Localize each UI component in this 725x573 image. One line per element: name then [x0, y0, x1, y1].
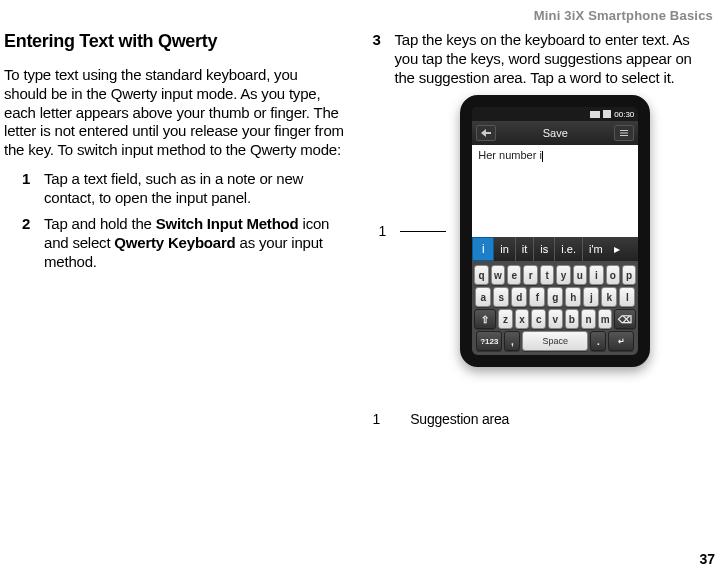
- step-number: 1: [22, 170, 30, 189]
- entered-text: Her number i: [478, 149, 542, 161]
- step-number: 3: [373, 31, 381, 50]
- keyboard-row-2: a s d f g h j k l: [474, 287, 636, 307]
- section-heading: Entering Text with Qwerty: [4, 31, 345, 52]
- key-j[interactable]: j: [583, 287, 599, 307]
- key-u[interactable]: u: [573, 265, 587, 285]
- key-t[interactable]: t: [540, 265, 554, 285]
- page-number: 37: [699, 551, 715, 567]
- suggestion-item[interactable]: i'm: [583, 237, 609, 261]
- step-2: 2 Tap and hold the Switch Input Method i…: [22, 215, 345, 271]
- suggestion-item[interactable]: it: [516, 237, 535, 261]
- key-w[interactable]: w: [491, 265, 505, 285]
- callout-number: 1: [379, 223, 387, 239]
- key-r[interactable]: r: [523, 265, 537, 285]
- svg-rect-1: [620, 133, 628, 134]
- footnote-number: 1: [373, 411, 407, 427]
- right-column: 3 Tap the keys on the keyboard to enter …: [373, 31, 714, 427]
- keyboard-row-1: q w e r t y u i o p: [474, 265, 636, 285]
- key-mode-switch[interactable]: ?123: [476, 331, 502, 351]
- svg-rect-0: [620, 130, 628, 131]
- svg-rect-2: [620, 135, 628, 136]
- keyboard-row-4: ?123 , Space . ↵: [474, 331, 636, 351]
- key-y[interactable]: y: [556, 265, 570, 285]
- menu-icon: [619, 129, 629, 137]
- key-e[interactable]: e: [507, 265, 521, 285]
- step-text-part: Tap and hold the: [44, 215, 156, 232]
- status-bar: 00:30: [472, 107, 638, 121]
- two-column-layout: Entering Text with Qwerty To type text u…: [4, 31, 713, 427]
- intro-paragraph: To type text using the standard keyboard…: [4, 66, 345, 160]
- step-3: 3 Tap the keys on the keyboard to enter …: [373, 31, 714, 87]
- status-time: 00:30: [614, 110, 634, 119]
- key-h[interactable]: h: [565, 287, 581, 307]
- key-o[interactable]: o: [606, 265, 620, 285]
- key-backspace[interactable]: ⌫: [614, 309, 636, 329]
- key-period[interactable]: .: [590, 331, 606, 351]
- key-b[interactable]: b: [565, 309, 580, 329]
- qwerty-keyboard-label: Qwerty Keyboard: [114, 234, 235, 251]
- key-g[interactable]: g: [547, 287, 563, 307]
- suggestion-more-icon[interactable]: ▸: [609, 242, 625, 256]
- key-x[interactable]: x: [515, 309, 530, 329]
- menu-button[interactable]: [614, 125, 634, 141]
- suggestion-item[interactable]: in: [494, 237, 516, 261]
- suggestion-bar: i in it is i.e. i'm ▸: [472, 237, 638, 261]
- switch-input-method-label: Switch Input Method: [156, 215, 299, 232]
- steps-list-right: 3 Tap the keys on the keyboard to enter …: [373, 31, 714, 87]
- key-d[interactable]: d: [511, 287, 527, 307]
- steps-list-left: 1 Tap a text field, such as in a note or…: [4, 170, 345, 272]
- key-z[interactable]: z: [498, 309, 513, 329]
- suggestion-item[interactable]: is: [534, 237, 555, 261]
- suggestion-selected[interactable]: i: [472, 237, 494, 261]
- figure-footnote: 1 Suggestion area: [373, 411, 714, 427]
- key-c[interactable]: c: [531, 309, 546, 329]
- key-s[interactable]: s: [493, 287, 509, 307]
- titlebar-label: Save: [543, 127, 568, 139]
- step-text: Tap the keys on the keyboard to enter te…: [395, 31, 692, 86]
- step-text: Tap a text field, such as in a note or n…: [44, 170, 303, 206]
- key-q[interactable]: q: [474, 265, 488, 285]
- keyboard-row-3: ⇧ z x c v b n m ⌫: [474, 309, 636, 329]
- key-enter[interactable]: ↵: [608, 331, 634, 351]
- key-i[interactable]: i: [589, 265, 603, 285]
- phone-figure: 1 00:30 Save: [379, 95, 714, 367]
- page: Mini 3iX Smartphone Basics Entering Text…: [0, 0, 725, 573]
- phone-mockup: 00:30 Save Her number i: [460, 95, 650, 367]
- key-f[interactable]: f: [529, 287, 545, 307]
- keyboard: q w e r t y u i o p a: [472, 261, 638, 355]
- battery-icon: [603, 110, 611, 118]
- key-comma[interactable]: ,: [504, 331, 520, 351]
- step-1: 1 Tap a text field, such as in a note or…: [22, 170, 345, 208]
- key-n[interactable]: n: [581, 309, 596, 329]
- suggestion-item[interactable]: i.e.: [555, 237, 583, 261]
- text-input-area[interactable]: Her number i: [472, 145, 638, 237]
- back-button[interactable]: [476, 125, 496, 141]
- key-a[interactable]: a: [475, 287, 491, 307]
- left-column: Entering Text with Qwerty To type text u…: [4, 31, 345, 427]
- running-header: Mini 3iX Smartphone Basics: [4, 8, 713, 23]
- signal-icon: [590, 111, 600, 118]
- key-v[interactable]: v: [548, 309, 563, 329]
- back-icon: [481, 129, 491, 137]
- key-shift[interactable]: ⇧: [474, 309, 496, 329]
- key-k[interactable]: k: [601, 287, 617, 307]
- key-p[interactable]: p: [622, 265, 636, 285]
- step-number: 2: [22, 215, 30, 234]
- callout-leader-line: [400, 231, 446, 232]
- footnote-text: Suggestion area: [410, 411, 509, 427]
- key-space[interactable]: Space: [522, 331, 588, 351]
- text-cursor: [542, 151, 543, 162]
- key-m[interactable]: m: [598, 309, 613, 329]
- key-l[interactable]: l: [619, 287, 635, 307]
- title-bar: Save: [472, 121, 638, 145]
